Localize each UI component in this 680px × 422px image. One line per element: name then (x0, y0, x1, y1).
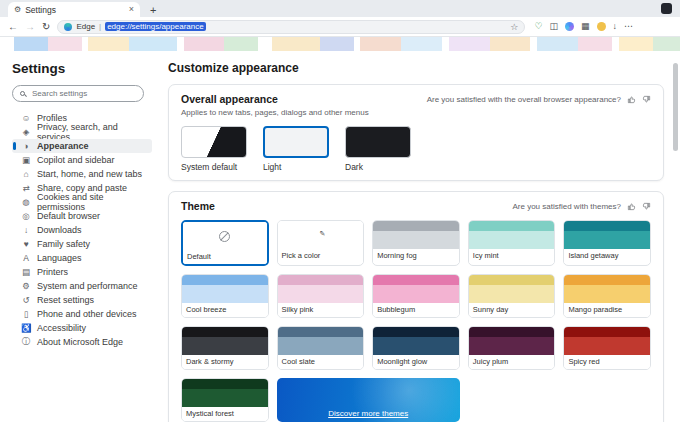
collections-icon[interactable]: ▦ (581, 22, 590, 31)
tab-settings[interactable]: ⚙ Settings × (8, 2, 140, 17)
thumbs-down-icon[interactable] (642, 95, 651, 104)
theme-label: Island getaway (564, 249, 650, 263)
sidebar-item-label: Copilot and sidebar (37, 155, 115, 165)
theme-tile-pick-a-color[interactable]: ✎ Pick a color (277, 220, 365, 266)
more-options-icon[interactable]: ⋯ (624, 22, 633, 31)
thumbs-down-icon[interactable] (642, 202, 651, 211)
url-text[interactable]: edge://settings/appearance (105, 22, 206, 31)
theme-label: Sunny day (469, 303, 555, 317)
browser-essentials-icon[interactable]: ♡ (534, 22, 542, 31)
scrollbar[interactable] (672, 55, 679, 420)
discover-more-themes-banner[interactable]: Discover more themes (277, 378, 460, 422)
accessibility-icon: ♿ (21, 323, 31, 333)
theme-tile-juicy-plum[interactable]: Juicy plum (468, 326, 556, 370)
sidebar-item-languages[interactable]: A Languages (12, 251, 152, 265)
theme-label: Juicy plum (469, 355, 555, 369)
settings-page: Settings ☺ Profiles ◈ Privacy, search, a… (0, 51, 680, 422)
search-box[interactable] (12, 85, 144, 102)
theme-tile-spicy-red[interactable]: Spicy red (563, 326, 651, 370)
search-input[interactable] (30, 88, 136, 99)
address-bar[interactable]: Edge | edge://settings/appearance ☆ (57, 20, 525, 34)
reset-icon: ↺ (21, 295, 31, 305)
browser-toolbar: ← → ↻ Edge | edge://settings/appearance … (0, 17, 680, 37)
theme-title: Theme (181, 200, 215, 212)
overall-appearance-card: Overall appearance Are you satisfied wit… (168, 84, 664, 181)
phone-icon: ▯ (21, 309, 31, 319)
new-tab-button[interactable]: + (150, 4, 156, 16)
sidebar-item-privacy[interactable]: ◈ Privacy, search, and services (12, 125, 152, 139)
thumbs-up-icon[interactable] (627, 95, 636, 104)
theme-tile-default[interactable]: Default (181, 220, 269, 266)
profile-avatar[interactable] (597, 22, 606, 31)
theme-tile-mango-paradise[interactable]: Mango paradise (563, 274, 651, 318)
printer-icon: ▤ (21, 267, 31, 277)
sidebar-item-label: Family safety (37, 239, 90, 249)
sidebar-item-label: System and performance (37, 281, 138, 291)
scrollbar-thumb[interactable] (673, 63, 678, 151)
copilot-icon[interactable] (565, 22, 574, 31)
theme-card: Theme Are you satisfied with themes? (168, 191, 664, 422)
languages-icon: A (21, 253, 31, 263)
sidebar-item-cookies-permissions[interactable]: ◍ Cookies and site permissions (12, 195, 152, 209)
theme-tile-sunny-day[interactable]: Sunny day (468, 274, 556, 318)
appearance-option-system-default[interactable]: System default (181, 126, 247, 172)
theme-label: Morning fog (373, 249, 459, 263)
theme-feedback-question: Are you satisfied with themes? (513, 202, 622, 211)
sidebar-item-start-home[interactable]: ⌂ Start, home, and new tabs (12, 167, 152, 181)
sidebar-panel-icon: ▣ (21, 155, 31, 165)
overall-appearance-subtitle: Applies to new tabs, pages, dialogs and … (181, 108, 651, 117)
sidebar-item-family-safety[interactable]: ♥ Family safety (12, 237, 152, 251)
sidebar-item-label: Reset settings (37, 295, 94, 305)
family-icon: ♥ (21, 239, 31, 249)
option-label: System default (181, 162, 247, 172)
appearance-option-light[interactable]: Light (263, 126, 329, 172)
theme-tile-dark-and-stormy[interactable]: Dark & stormy (181, 326, 269, 370)
tab-close-icon[interactable]: × (129, 5, 134, 14)
theme-grid: Default ✎ Pick a color Morning fog (181, 220, 651, 422)
sidebar-item-reset-settings[interactable]: ↺ Reset settings (12, 293, 152, 307)
theme-tile-bubblegum[interactable]: Bubblegum (372, 274, 460, 318)
appearance-option-dark[interactable]: Dark (345, 126, 411, 172)
theme-tile-morning-fog[interactable]: Morning fog (372, 220, 460, 266)
gear-icon: ⚙ (21, 281, 31, 291)
sidebar-item-label: Languages (37, 253, 82, 263)
sidebar-item-accessibility[interactable]: ♿ Accessibility (12, 321, 152, 335)
downloads-icon[interactable]: ↓ (613, 22, 618, 31)
sidebar-item-printers[interactable]: ▤ Printers (12, 265, 152, 279)
no-theme-icon (219, 231, 230, 242)
forward-icon[interactable]: → (25, 22, 35, 32)
overall-appearance-title: Overall appearance (181, 93, 278, 105)
sidebar-item-phone-devices[interactable]: ▯ Phone and other devices (12, 307, 152, 321)
sidebar-item-downloads[interactable]: ↓ Downloads (12, 223, 152, 237)
sidebar-item-appearance[interactable]: ◑ Appearance (12, 139, 152, 153)
theme-label: Mango paradise (564, 303, 650, 317)
workspaces-icon[interactable] (661, 3, 672, 14)
split-screen-icon[interactable]: ◫ (549, 22, 558, 31)
tab-title: Settings (25, 5, 56, 15)
theme-label: Mystical forest (182, 407, 268, 421)
sidebar-item-label: Appearance (37, 141, 89, 151)
sidebar-item-copilot-sidebar[interactable]: ▣ Copilot and sidebar (12, 153, 152, 167)
sidebar-item-label: About Microsoft Edge (37, 337, 123, 347)
theme-tile-cool-slate[interactable]: Cool slate (277, 326, 365, 370)
theme-tile-cool-breeze[interactable]: Cool breeze (181, 274, 269, 318)
theme-tile-island-getaway[interactable]: Island getaway (563, 220, 651, 266)
address-divider: | (99, 22, 101, 31)
theme-label: Icy mint (469, 249, 555, 263)
discover-more-themes-link[interactable]: Discover more themes (328, 409, 408, 418)
theme-tile-icy-mint[interactable]: Icy mint (468, 220, 556, 266)
overall-feedback-question: Are you satisfied with the overall brows… (427, 95, 621, 104)
sidebar-item-default-browser[interactable]: ◎ Default browser (12, 209, 152, 223)
refresh-icon[interactable]: ↻ (42, 22, 50, 32)
theme-tile-moonlight-glow[interactable]: Moonlight glow (372, 326, 460, 370)
sidebar-title: Settings (12, 61, 158, 76)
sidebar-item-about-edge[interactable]: ⓘ About Microsoft Edge (12, 335, 152, 349)
favorite-star-icon[interactable]: ☆ (510, 22, 518, 32)
thumbs-up-icon[interactable] (627, 202, 636, 211)
back-icon[interactable]: ← (8, 22, 18, 32)
theme-tile-silky-pink[interactable]: Silky pink (277, 274, 365, 318)
page-title: Customize appearance (168, 61, 664, 75)
edge-logo-icon (64, 23, 72, 31)
sidebar-item-system-performance[interactable]: ⚙ System and performance (12, 279, 152, 293)
theme-tile-mystical-forest[interactable]: Mystical forest (181, 378, 269, 422)
